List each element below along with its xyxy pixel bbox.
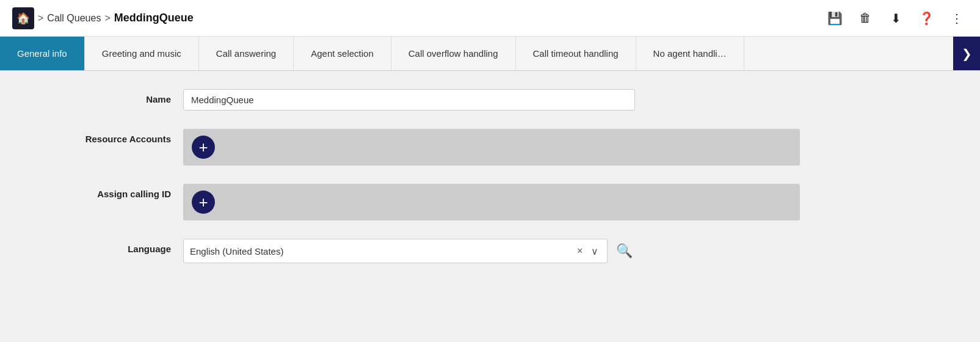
language-chevron-button[interactable]: ∨ (589, 244, 601, 258)
tabs-bar: General info Greeting and music Call ans… (0, 37, 980, 71)
download-button[interactable]: ⬇ (885, 7, 907, 29)
main-content: Name Resource Accounts + Assign calling … (0, 71, 980, 342)
name-control (183, 89, 635, 111)
language-control: English (United States) × ∨ 🔍 (183, 239, 635, 263)
resource-accounts-control: + (183, 129, 800, 166)
tab-agent-selection[interactable]: Agent selection (294, 37, 391, 70)
breadcrumb-separator-2: > (104, 13, 110, 24)
delete-button[interactable]: 🗑 (854, 7, 876, 29)
language-search-button[interactable]: 🔍 (614, 240, 635, 262)
header-actions: 💾 🗑 ⬇ ❓ ⋮ (824, 7, 968, 29)
more-options-button[interactable]: ⋮ (946, 7, 968, 29)
language-select-actions: × ∨ (575, 244, 601, 258)
assign-calling-id-row: Assign calling ID + (37, 184, 943, 220)
name-row: Name (37, 89, 943, 111)
language-input-group: English (United States) × ∨ 🔍 (183, 239, 635, 263)
home-icon[interactable]: 🏠 (12, 7, 34, 29)
tab-call-overflow-handling[interactable]: Call overflow handling (391, 37, 516, 70)
tab-greeting-music[interactable]: Greeting and music (85, 37, 199, 70)
resource-accounts-row: Resource Accounts + (37, 129, 943, 166)
header: 🏠 > Call Queues > MeddingQueue 💾 🗑 ⬇ ❓ ⋮ (0, 0, 980, 37)
help-button[interactable]: ❓ (915, 7, 937, 29)
language-clear-button[interactable]: × (575, 244, 585, 258)
save-button[interactable]: 💾 (824, 7, 846, 29)
resource-accounts-label: Resource Accounts (37, 129, 171, 144)
name-input[interactable] (183, 89, 635, 111)
resource-accounts-area: + (183, 129, 800, 166)
name-label: Name (37, 89, 171, 104)
tab-general-info[interactable]: General info (0, 37, 85, 70)
language-label: Language (37, 239, 171, 254)
language-selected-value: English (United States) (190, 246, 575, 256)
language-row: Language English (United States) × ∨ 🔍 (37, 239, 943, 263)
breadcrumb: 🏠 > Call Queues > MeddingQueue (12, 7, 194, 29)
tab-no-agent-handling[interactable]: No agent handli… (636, 37, 744, 70)
assign-calling-id-area: + (183, 184, 800, 220)
assign-calling-id-control: + (183, 184, 800, 220)
language-select-wrapper[interactable]: English (United States) × ∨ (183, 239, 608, 263)
add-calling-id-button[interactable]: + (192, 191, 215, 214)
breadcrumb-separator-1: > (38, 13, 43, 24)
assign-calling-id-label: Assign calling ID (37, 184, 171, 199)
breadcrumb-call-queues[interactable]: Call Queues (47, 13, 101, 24)
add-resource-account-button[interactable]: + (192, 136, 215, 159)
tab-call-timeout-handling[interactable]: Call timeout handling (516, 37, 636, 70)
tabs-scroll-right-button[interactable]: ❯ (953, 37, 980, 70)
breadcrumb-current-page: MeddingQueue (114, 12, 194, 24)
tab-call-answering[interactable]: Call answering (199, 37, 294, 70)
